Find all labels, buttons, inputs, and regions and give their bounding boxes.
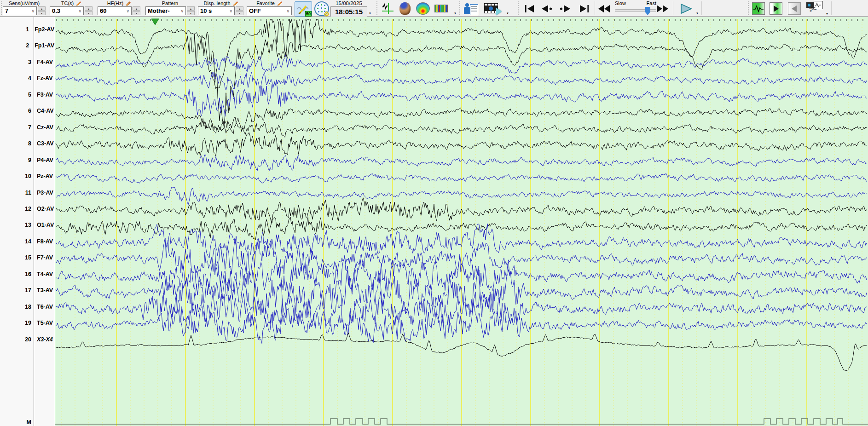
channel-label[interactable]: O1-AV bbox=[35, 222, 54, 228]
channel-label[interactable]: O2-AV bbox=[35, 206, 54, 212]
time-display[interactable]: 18:05:15 bbox=[330, 6, 367, 17]
channel-label[interactable]: F4-AV bbox=[35, 59, 53, 65]
play-button[interactable] bbox=[677, 3, 695, 14]
toolbar-grip[interactable] bbox=[518, 1, 519, 15]
spinner-up-button[interactable]: ▲ bbox=[187, 6, 195, 11]
channel-label[interactable]: T3-AV bbox=[35, 287, 53, 294]
channel-label[interactable]: Fp2-AV bbox=[32, 26, 54, 33]
channel-label[interactable]: Fp1-AV bbox=[32, 42, 54, 49]
combo-favorite[interactable]: OFF∨ bbox=[247, 6, 292, 15]
channel-label[interactable]: T5-AV bbox=[35, 320, 53, 326]
chevron-down-icon[interactable]: ∨ bbox=[77, 9, 83, 13]
play-dropdown-arrow[interactable]: ▼ bbox=[696, 12, 699, 15]
datetime-dropdown-arrow[interactable]: ▼ bbox=[369, 12, 371, 15]
pencil-edit-icon[interactable] bbox=[125, 0, 131, 6]
speed-slider-thumb[interactable] bbox=[645, 7, 650, 15]
channel-label[interactable]: F3-AV bbox=[35, 92, 53, 98]
rewind-button[interactable] bbox=[597, 3, 611, 14]
auto-scroll-button[interactable] bbox=[770, 2, 782, 15]
spinner-up-button[interactable]: ▲ bbox=[133, 6, 140, 11]
combo-value: OFF bbox=[247, 7, 285, 14]
analysis-dropdown-arrow[interactable]: ▼ bbox=[454, 12, 457, 15]
channel-label-gutter: 1Fp2-AV2Fp1-AV3F4-AV4Fz-AV5F3-AV6C4-AV7C… bbox=[0, 17, 55, 426]
control-label: Sens(uV/mm) bbox=[9, 0, 40, 6]
combo-pattern[interactable]: Mother-∨ bbox=[145, 6, 186, 15]
montage-settings-button[interactable]: ⚙ bbox=[313, 1, 330, 16]
review-waveform-button[interactable] bbox=[752, 2, 765, 15]
toolbar-grip[interactable] bbox=[459, 1, 460, 15]
combo-sens-uv-mm-[interactable]: 7∨ bbox=[3, 6, 37, 15]
spinner: ▲▼ bbox=[133, 6, 140, 15]
chevron-down-icon[interactable]: ∨ bbox=[228, 9, 234, 13]
channel-number: 1 bbox=[0, 26, 32, 33]
page-forward-button[interactable] bbox=[558, 3, 572, 14]
spinner-down-button[interactable]: ▼ bbox=[38, 11, 46, 15]
channel-label[interactable]: X3-X4 bbox=[35, 336, 53, 343]
pencil-edit-icon[interactable] bbox=[276, 0, 282, 6]
spinner-down-button[interactable]: ▼ bbox=[236, 11, 243, 15]
channel-row-fp2-av: 1Fp2-AV bbox=[0, 26, 54, 34]
small-play-icon bbox=[773, 6, 779, 12]
control-sens-uv-mm-: Sens(uV/mm)7∨▲▼ bbox=[3, 0, 46, 15]
video-playback-button[interactable] bbox=[483, 1, 502, 16]
pencil-edit-icon[interactable] bbox=[232, 0, 238, 6]
scroll-back-button[interactable] bbox=[788, 2, 801, 15]
spinner-up-button[interactable]: ▲ bbox=[85, 6, 93, 11]
toolbar-grip[interactable] bbox=[1, 1, 2, 15]
go-last-button[interactable] bbox=[577, 3, 591, 14]
go-first-button[interactable] bbox=[523, 3, 537, 14]
clip-dropdown-arrow[interactable]: ▼ bbox=[826, 12, 828, 15]
spinner-down-button[interactable]: ▼ bbox=[85, 11, 93, 15]
patient-info-button[interactable] bbox=[463, 1, 480, 16]
eeg-waveform-canvas[interactable] bbox=[0, 17, 868, 426]
combo-tc-s-[interactable]: 0.3∨ bbox=[50, 6, 84, 15]
spinner-up-button[interactable]: ▲ bbox=[236, 6, 243, 11]
page-back-button[interactable] bbox=[540, 3, 554, 14]
first-page-icon bbox=[525, 5, 535, 12]
channel-label[interactable]: T4-AV bbox=[35, 271, 53, 277]
chevron-down-icon[interactable]: ∨ bbox=[285, 9, 291, 13]
eeg-viewer-window: Sens(uV/mm)7∨▲▼TC(s)0.3∨▲▼HF(Hz)60∨▲▼Pat… bbox=[0, 0, 868, 426]
spinner-down-button[interactable]: ▼ bbox=[133, 11, 140, 15]
channel-label[interactable]: P4-AV bbox=[35, 157, 53, 163]
notch-filter-button[interactable]: 50 bbox=[295, 1, 312, 17]
chevron-down-icon[interactable]: ∨ bbox=[125, 9, 131, 13]
channel-label[interactable]: Cz-AV bbox=[35, 124, 53, 131]
speed-slider-track[interactable] bbox=[615, 9, 656, 12]
toolbar-grip[interactable] bbox=[376, 1, 377, 15]
channel-number: 8 bbox=[0, 140, 35, 147]
date-label: 15/08/2025 bbox=[330, 0, 367, 6]
dsa-trend-button[interactable] bbox=[434, 1, 448, 16]
topography-map-button[interactable] bbox=[415, 1, 431, 16]
spinner-down-button[interactable]: ▼ bbox=[187, 11, 195, 15]
channel-label[interactable]: C3-AV bbox=[35, 140, 54, 147]
clip-video-button[interactable]: ✂ bbox=[805, 1, 824, 16]
channel-row-t5-av: 19T5-AV bbox=[0, 319, 54, 327]
channel-row-f3-av: 5F3-AV bbox=[0, 91, 54, 98]
channel-number: 3 bbox=[0, 59, 35, 65]
head-3d-map-button[interactable] bbox=[398, 1, 412, 16]
channel-label[interactable]: F7-AV bbox=[35, 254, 53, 261]
spinner: ▲▼ bbox=[85, 6, 93, 15]
channel-label[interactable]: Fz-AV bbox=[35, 75, 53, 81]
channel-number: 12 bbox=[0, 206, 35, 212]
control-favorite: FavoriteOFF∨ bbox=[247, 0, 292, 15]
spike-detect-button[interactable] bbox=[381, 1, 394, 16]
fast-forward-button[interactable] bbox=[655, 3, 669, 14]
combo-value: 7 bbox=[3, 7, 30, 14]
channel-row-p3-av: 11P3-AV bbox=[0, 189, 54, 196]
channel-label[interactable]: Pz-AV bbox=[35, 173, 53, 179]
channel-label[interactable]: C4-AV bbox=[35, 108, 54, 114]
channel-row-f8-av: 14F8-AV bbox=[0, 237, 54, 245]
chevron-down-icon[interactable]: ∨ bbox=[179, 9, 185, 13]
combo-hf-hz-[interactable]: 60∨ bbox=[98, 6, 132, 15]
channel-label[interactable]: P3-AV bbox=[35, 190, 53, 196]
combo-disp-length[interactable]: 10 s∨ bbox=[198, 6, 235, 15]
channel-label[interactable]: F8-AV bbox=[35, 238, 53, 245]
chevron-down-icon[interactable]: ∨ bbox=[30, 9, 36, 13]
toolbar-grip[interactable] bbox=[748, 1, 749, 15]
spinner-up-button[interactable]: ▲ bbox=[38, 6, 46, 11]
channel-label[interactable]: T6-AV bbox=[35, 304, 53, 310]
video-dropdown-arrow[interactable]: ▼ bbox=[506, 12, 509, 15]
pencil-edit-icon[interactable] bbox=[75, 0, 81, 6]
